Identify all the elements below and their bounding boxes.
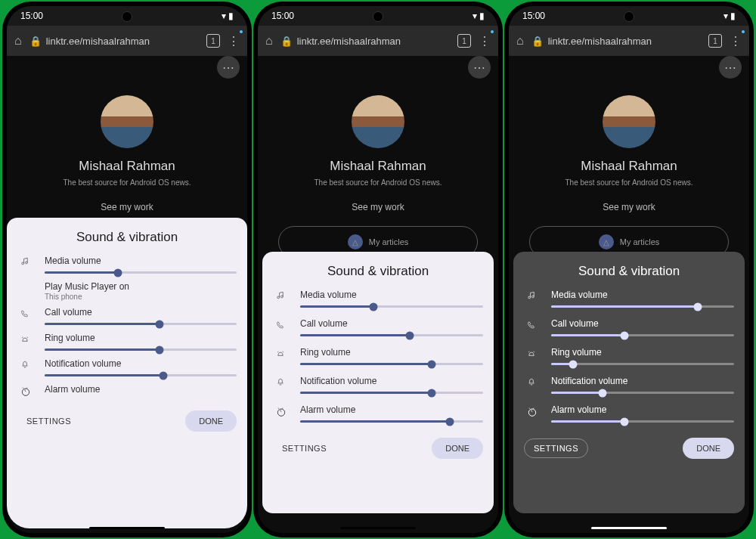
ring-volume-slider[interactable]: [300, 363, 483, 365]
signal-dot: [240, 30, 243, 33]
phone-frame: 15:00 ▾▮ ⌂ 🔒linktr.ee/mishaalrahman 1 ⋮ …: [504, 2, 754, 537]
url-text: linktr.ee/mishaalrahman: [548, 36, 652, 47]
alarm-volume-slider[interactable]: [551, 420, 734, 423]
home-icon[interactable]: ⌂: [265, 34, 273, 48]
call-volume-row: Call volume: [273, 318, 483, 338]
wifi-icon: ▾: [472, 11, 477, 21]
call-volume-slider[interactable]: [551, 334, 734, 336]
slider-label: Alarm volume: [45, 384, 237, 395]
more-button[interactable]: ⋯: [719, 56, 742, 79]
lock-icon: 🔒: [280, 36, 293, 47]
url-text: linktr.ee/mishaalrahman: [46, 36, 150, 47]
lock-icon: 🔒: [531, 36, 544, 47]
address-bar[interactable]: ⌂ 🔒linktr.ee/mishaalrahman 1 ⋮: [258, 26, 498, 56]
lock-icon: 🔒: [29, 36, 42, 47]
clock: 15:00: [271, 11, 294, 21]
status-icons: ▾▮: [222, 11, 234, 21]
avatar: [101, 95, 153, 148]
see-work-link[interactable]: See my work: [101, 202, 153, 212]
media-volume-slider[interactable]: [45, 271, 237, 274]
media-volume-row: Media volume: [17, 256, 237, 275]
alarm-volume-row: Alarm volume: [17, 384, 237, 400]
phone-icon: [20, 308, 32, 321]
menu-icon[interactable]: ⋮: [479, 34, 491, 48]
ring-volume-row: Ring volume: [273, 347, 483, 367]
phone-frame: 15:00 ▾▮ ⌂ 🔒linktr.ee/mishaalrahman 1 ⋮ …: [253, 2, 503, 537]
camera-cutout: [373, 11, 383, 22]
ring-icon: [526, 348, 538, 361]
settings-button[interactable]: SETTINGS: [273, 439, 336, 457]
slider-label: Ring volume: [300, 347, 483, 358]
articles-icon: △: [348, 234, 363, 249]
cast-target-row[interactable]: Play Music Player onThis phone: [17, 281, 237, 301]
menu-icon[interactable]: ⋮: [730, 34, 742, 48]
alarm-icon: [526, 406, 538, 418]
more-button[interactable]: ⋯: [217, 56, 240, 79]
done-button[interactable]: DONE: [185, 410, 237, 432]
call-volume-slider[interactable]: [300, 334, 483, 336]
slider-label: Media volume: [300, 290, 483, 300]
profile-name: Mishaal Rahman: [330, 159, 426, 174]
address-bar[interactable]: ⌂ 🔒linktr.ee/mishaalrahman 1 ⋮: [7, 26, 247, 56]
slider-label: Alarm volume: [551, 404, 734, 415]
ring-volume-slider[interactable]: [551, 363, 734, 365]
phone-icon: [526, 320, 538, 332]
notification-volume-slider[interactable]: [551, 392, 734, 394]
nav-bar[interactable]: [591, 527, 667, 529]
media-volume-slider[interactable]: [300, 305, 483, 308]
address-bar[interactable]: ⌂ 🔒linktr.ee/mishaalrahman 1 ⋮: [509, 26, 749, 56]
notification-volume-slider[interactable]: [45, 374, 237, 376]
tab-count[interactable]: 1: [708, 34, 722, 48]
home-icon[interactable]: ⌂: [14, 34, 22, 48]
music-icon: [275, 291, 287, 303]
svg-point-2: [528, 409, 535, 416]
media-volume-row: Media volume: [524, 290, 734, 309]
camera-cutout: [122, 11, 132, 22]
profile-subtitle: The best source for Android OS news.: [565, 178, 693, 187]
tab-count[interactable]: 1: [457, 34, 471, 48]
call-volume-slider[interactable]: [45, 323, 237, 325]
call-volume-row: Call volume: [17, 307, 237, 327]
notification-volume-row: Notification volume: [524, 376, 734, 395]
signal-dot: [742, 30, 745, 33]
status-icons: ▾▮: [723, 11, 736, 21]
panel-title: Sound & vibration: [513, 264, 745, 279]
slider-label: Ring volume: [45, 333, 237, 343]
tab-count[interactable]: 1: [206, 34, 220, 48]
music-icon: [20, 257, 32, 269]
avatar: [352, 95, 404, 148]
nav-bar[interactable]: [340, 527, 416, 529]
home-icon[interactable]: ⌂: [516, 34, 524, 48]
battery-icon: ▮: [479, 11, 485, 21]
bell-icon: [275, 377, 287, 389]
nav-bar[interactable]: [89, 527, 165, 529]
media-volume-slider[interactable]: [551, 305, 734, 308]
more-button[interactable]: ⋯: [468, 56, 491, 79]
see-work-link[interactable]: See my work: [352, 202, 404, 212]
phone-frame: 15:00 ▾▮ ⌂ 🔒linktr.ee/mishaalrahman 1 ⋮ …: [2, 2, 252, 537]
done-button[interactable]: DONE: [432, 438, 483, 459]
menu-icon[interactable]: ⋮: [228, 34, 240, 48]
settings-button[interactable]: SETTINGS: [17, 412, 80, 430]
ring-volume-row: Ring volume: [17, 333, 237, 352]
signal-dot: [491, 30, 494, 33]
ring-icon: [20, 334, 32, 346]
profile-subtitle: The best source for Android OS news.: [314, 178, 442, 187]
slider-label: Alarm volume: [300, 404, 483, 415]
alarm-volume-row: Alarm volume: [273, 404, 483, 424]
panel-title: Sound & vibration: [262, 264, 494, 279]
clock: 15:00: [522, 11, 545, 21]
phone-icon: [275, 320, 287, 332]
ring-volume-row: Ring volume: [524, 347, 734, 367]
done-button[interactable]: DONE: [683, 438, 734, 459]
profile-content: ⋯ Mishaal Rahman The best source for And…: [509, 56, 749, 267]
ring-volume-slider[interactable]: [45, 348, 237, 351]
slider-label: Notification volume: [300, 376, 483, 386]
articles-icon: △: [599, 234, 614, 249]
profile-subtitle: The best source for Android OS news.: [64, 178, 191, 187]
notification-volume-slider[interactable]: [300, 392, 483, 394]
see-work-link[interactable]: See my work: [603, 202, 655, 212]
slider-label: Media volume: [45, 256, 237, 266]
settings-button[interactable]: SETTINGS: [524, 438, 588, 458]
alarm-volume-slider[interactable]: [300, 420, 483, 423]
